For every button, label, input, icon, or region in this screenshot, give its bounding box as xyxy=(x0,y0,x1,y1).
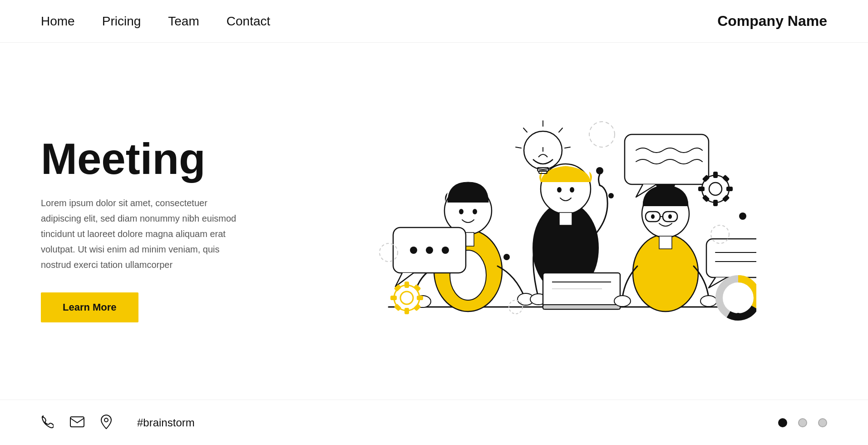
svg-point-80 xyxy=(735,313,741,319)
svg-point-30 xyxy=(700,296,717,307)
svg-point-42 xyxy=(426,247,433,254)
svg-rect-15 xyxy=(543,273,620,309)
svg-rect-52 xyxy=(417,296,423,300)
svg-point-27 xyxy=(668,214,672,219)
svg-point-12 xyxy=(570,187,574,193)
svg-point-5 xyxy=(473,209,477,214)
svg-point-43 xyxy=(442,247,449,254)
svg-point-82 xyxy=(104,418,108,422)
svg-point-4 xyxy=(459,209,464,214)
svg-rect-33 xyxy=(539,171,547,173)
svg-point-41 xyxy=(410,247,417,254)
nav-pricing[interactable]: Pricing xyxy=(102,14,141,29)
location-icon xyxy=(101,415,112,431)
svg-rect-50 xyxy=(404,282,409,288)
hero-body: Lorem ipsum dolor sit amet, consectetuer… xyxy=(41,195,241,272)
learn-more-button[interactable]: Learn More xyxy=(41,292,138,322)
svg-point-78 xyxy=(503,254,510,260)
svg-point-79 xyxy=(739,213,746,220)
dot-2[interactable] xyxy=(798,418,807,427)
svg-point-49 xyxy=(400,292,413,304)
svg-point-29 xyxy=(614,296,631,307)
svg-line-38 xyxy=(523,128,527,132)
svg-line-37 xyxy=(565,147,570,148)
svg-rect-16 xyxy=(543,305,620,309)
footer: #brainstorm xyxy=(0,400,868,445)
dot-1[interactable] xyxy=(778,418,787,427)
nav-team[interactable]: Team xyxy=(168,14,199,29)
svg-point-11 xyxy=(557,187,562,193)
svg-point-59 xyxy=(709,183,722,195)
left-panel: Meeting Lorem ipsum dolor sit amet, cons… xyxy=(41,128,277,322)
svg-rect-28 xyxy=(659,236,672,249)
navigation: Home Pricing Team Contact Company Name xyxy=(0,0,868,43)
svg-rect-51 xyxy=(404,308,409,314)
nav-links: Home Pricing Team Contact xyxy=(41,14,270,29)
footer-icons: #brainstorm xyxy=(41,415,195,431)
main-content: Meeting Lorem ipsum dolor sit amet, cons… xyxy=(0,43,868,398)
svg-rect-81 xyxy=(70,417,84,427)
nav-contact[interactable]: Contact xyxy=(227,14,271,29)
svg-line-39 xyxy=(516,147,521,148)
company-name: Company Name xyxy=(717,13,827,30)
dot-3[interactable] xyxy=(818,418,827,427)
pagination-dots xyxy=(778,418,827,427)
svg-point-26 xyxy=(651,214,655,219)
svg-rect-13 xyxy=(559,213,572,225)
mail-icon xyxy=(70,416,84,429)
svg-rect-53 xyxy=(390,296,397,300)
svg-rect-63 xyxy=(698,187,705,191)
svg-rect-45 xyxy=(706,239,756,277)
svg-point-77 xyxy=(608,193,614,198)
svg-point-72 xyxy=(589,122,615,147)
svg-point-76 xyxy=(596,167,603,174)
svg-line-36 xyxy=(559,128,562,132)
svg-rect-62 xyxy=(726,187,733,191)
hero-title: Meeting xyxy=(41,137,277,181)
footer-hashtag: #brainstorm xyxy=(137,416,195,429)
svg-rect-60 xyxy=(713,172,718,178)
svg-point-71 xyxy=(730,290,746,306)
phone-icon xyxy=(41,415,54,430)
meeting-illustration xyxy=(348,98,756,352)
nav-home[interactable]: Home xyxy=(41,14,75,29)
svg-rect-61 xyxy=(713,200,718,206)
hero-illustration xyxy=(277,98,827,352)
